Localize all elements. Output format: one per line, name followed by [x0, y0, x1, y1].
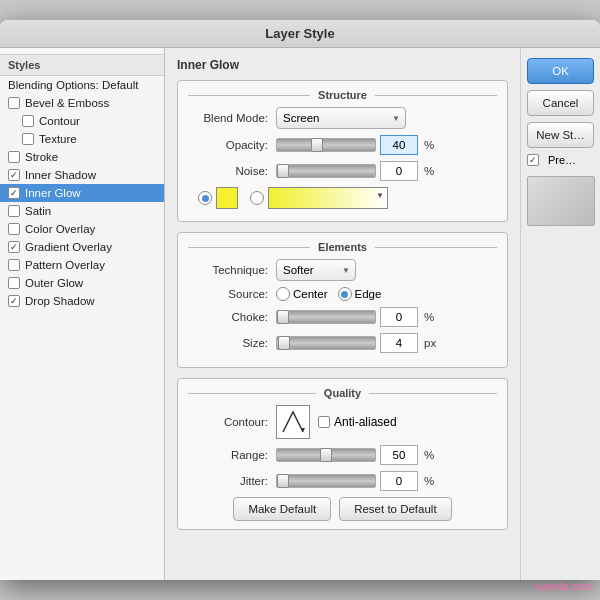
choke-slider-container: %	[276, 307, 434, 327]
opacity-input[interactable]	[380, 135, 418, 155]
contour-label: Contour	[39, 115, 80, 127]
satin-checkbox[interactable]	[8, 205, 20, 217]
technique-select[interactable]: Softer Precise	[276, 259, 356, 281]
preview-label: Pre…	[548, 154, 576, 166]
make-default-button[interactable]: Make Default	[233, 497, 331, 521]
size-slider[interactable]	[276, 336, 376, 350]
contour-anti-alias-row: Anti-aliased	[276, 405, 397, 439]
sidebar-item-contour[interactable]: Contour	[0, 112, 164, 130]
noise-slider[interactable]	[276, 164, 376, 178]
sidebar-item-gradient-overlay[interactable]: Gradient Overlay	[0, 238, 164, 256]
dialog-body: Styles Blending Options: Default Bevel &…	[0, 48, 600, 580]
sidebar-item-texture[interactable]: Texture	[0, 130, 164, 148]
source-center-text: Center	[293, 288, 328, 300]
blend-mode-row: Blend Mode: Normal Dissolve Screen Multi…	[188, 107, 497, 129]
source-center-radio[interactable]	[276, 287, 290, 301]
preview-checkbox[interactable]	[527, 154, 539, 166]
noise-label: Noise:	[188, 165, 268, 177]
source-center-label[interactable]: Center	[276, 287, 328, 301]
anti-alias-checkbox[interactable]	[318, 416, 330, 428]
drop-shadow-checkbox[interactable]	[8, 295, 20, 307]
gradient-bar[interactable]	[268, 187, 388, 209]
source-edge-text: Edge	[355, 288, 382, 300]
gradient-overlay-checkbox[interactable]	[8, 241, 20, 253]
sidebar-item-blending[interactable]: Blending Options: Default	[0, 76, 164, 94]
structure-title: Structure	[310, 89, 375, 101]
sidebar-item-pattern-overlay[interactable]: Pattern Overlay	[0, 256, 164, 274]
jitter-slider-container: %	[276, 471, 434, 491]
gradient-radio[interactable]	[250, 191, 264, 205]
contour-checkbox[interactable]	[22, 115, 34, 127]
stroke-label: Stroke	[25, 151, 58, 163]
elements-title: Elements	[310, 241, 375, 253]
range-label: Range:	[188, 449, 268, 461]
sidebar-item-outer-glow[interactable]: Outer Glow	[0, 274, 164, 292]
reset-to-default-button[interactable]: Reset to Default	[339, 497, 451, 521]
blend-mode-select[interactable]: Normal Dissolve Screen Multiply Overlay	[276, 107, 406, 129]
size-unit: px	[424, 337, 436, 349]
color-overlay-checkbox[interactable]	[8, 223, 20, 235]
sidebar-item-bevel-emboss[interactable]: Bevel & Emboss	[0, 94, 164, 112]
source-edge-label[interactable]: Edge	[338, 287, 382, 301]
color-radio[interactable]	[198, 191, 212, 205]
cancel-button[interactable]: Cancel	[527, 90, 594, 116]
elements-section: Elements Technique: Softer Precise Sourc…	[177, 232, 508, 368]
inner-glow-label: Inner Glow	[25, 187, 81, 199]
structure-header: Structure	[188, 89, 497, 101]
preview-row: Pre…	[527, 154, 594, 166]
outer-glow-checkbox[interactable]	[8, 277, 20, 289]
color-swatch[interactable]	[216, 187, 238, 209]
size-input[interactable]	[380, 333, 418, 353]
range-input[interactable]	[380, 445, 418, 465]
sidebar-item-inner-glow[interactable]: Inner Glow	[0, 184, 164, 202]
source-row: Source: Center Edge	[188, 287, 497, 301]
range-row: Range: %	[188, 445, 497, 465]
titlebar: Layer Style	[0, 20, 600, 48]
noise-input[interactable]	[380, 161, 418, 181]
quality-section: Quality Contour: An	[177, 378, 508, 530]
sidebar-item-stroke[interactable]: Stroke	[0, 148, 164, 166]
size-slider-container: px	[276, 333, 436, 353]
jitter-row: Jitter: %	[188, 471, 497, 491]
elements-header: Elements	[188, 241, 497, 253]
inner-shadow-checkbox[interactable]	[8, 169, 20, 181]
opacity-slider[interactable]	[276, 138, 376, 152]
new-style-button[interactable]: New St…	[527, 122, 594, 148]
ok-button[interactable]: OK	[527, 58, 594, 84]
opacity-row: Opacity: %	[188, 135, 497, 155]
jitter-input[interactable]	[380, 471, 418, 491]
layer-style-dialog: Layer Style Styles Blending Options: Def…	[0, 20, 600, 580]
jitter-slider[interactable]	[276, 474, 376, 488]
jitter-unit: %	[424, 475, 434, 487]
range-slider[interactable]	[276, 448, 376, 462]
size-row: Size: px	[188, 333, 497, 353]
choke-row: Choke: %	[188, 307, 497, 327]
pattern-overlay-checkbox[interactable]	[8, 259, 20, 271]
choke-input[interactable]	[380, 307, 418, 327]
blend-mode-select-wrapper[interactable]: Normal Dissolve Screen Multiply Overlay	[276, 107, 406, 129]
sidebar-item-satin[interactable]: Satin	[0, 202, 164, 220]
stroke-checkbox[interactable]	[8, 151, 20, 163]
watermark: xuexila.com	[534, 580, 592, 592]
sidebar-item-color-overlay[interactable]: Color Overlay	[0, 220, 164, 238]
sidebar-item-drop-shadow[interactable]: Drop Shadow	[0, 292, 164, 310]
choke-slider[interactable]	[276, 310, 376, 324]
quality-header: Quality	[188, 387, 497, 399]
size-label: Size:	[188, 337, 268, 349]
preview-box	[527, 176, 595, 226]
source-edge-radio[interactable]	[338, 287, 352, 301]
sidebar-item-inner-shadow[interactable]: Inner Shadow	[0, 166, 164, 184]
technique-select-wrapper[interactable]: Softer Precise	[276, 259, 356, 281]
texture-checkbox[interactable]	[22, 133, 34, 145]
contour-row: Contour: Anti-aliased	[188, 405, 497, 439]
quality-title: Quality	[316, 387, 369, 399]
gradient-overlay-label: Gradient Overlay	[25, 241, 112, 253]
technique-label: Technique:	[188, 264, 268, 276]
choke-unit: %	[424, 311, 434, 323]
range-slider-container: %	[276, 445, 434, 465]
bevel-emboss-checkbox[interactable]	[8, 97, 20, 109]
contour-preview[interactable]	[276, 405, 310, 439]
action-buttons: Make Default Reset to Default	[188, 497, 497, 521]
inner-glow-checkbox[interactable]	[8, 187, 20, 199]
jitter-label: Jitter:	[188, 475, 268, 487]
